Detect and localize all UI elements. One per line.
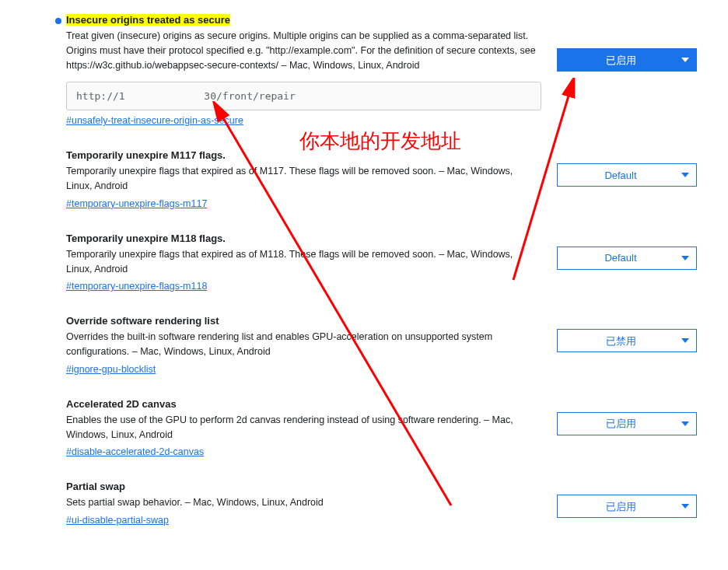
flag-main: Accelerated 2D canvas Enables the use of… [66,398,541,458]
flag-side: 已禁用 [557,315,697,352]
flag-side: Default [557,233,697,270]
flag-title: Temporarily unexpire M117 flags. [66,149,226,161]
flag-side: Default [557,149,697,187]
flag-select-wrap: 已启用 [557,495,697,518]
flag-select-wrap: 已禁用 [557,329,697,352]
flag-state-select[interactable]: 已启用 [557,412,697,435]
flag-state-select[interactable]: Default [557,247,697,270]
flag-description: Enables the use of the GPU to perform 2d… [66,413,541,442]
flag-description: Temporarily unexpire flags that expired … [66,247,541,277]
flag-anchor-link[interactable]: #temporary-unexpire-flags-m118 [66,281,207,292]
flag-description: Temporarily unexpire flags that expired … [66,164,541,194]
flag-main: Temporarily unexpire M117 flags. Tempora… [66,149,541,209]
flag-main: Partial swap Sets partial swap behavior.… [66,481,541,526]
flag-anchor-link[interactable]: #disable-accelerated-2d-canvas [66,446,204,457]
flag-main: Insecure origins treated as secure Treat… [66,14,541,126]
flag-row: Override software rendering list Overrid… [0,309,728,378]
flag-state-select[interactable]: 已禁用 [557,329,697,352]
flag-anchor-link[interactable]: #unsafely-treat-insecure-origin-as-secur… [66,115,243,126]
flag-side: 已启用 [557,481,697,518]
flag-select-wrap: 已启用 [557,48,697,72]
flag-main: Override software rendering list Overrid… [66,315,541,375]
flag-description: Overrides the built-in software renderin… [66,330,541,359]
flag-select-wrap: 已启用 [557,412,697,435]
flag-main: Temporarily unexpire M118 flags. Tempora… [66,233,541,292]
flag-row: Insecure origins treated as secure Treat… [0,8,728,129]
flag-side: 已启用 [557,14,697,72]
flag-row: Accelerated 2D canvas Enables the use of… [0,392,728,461]
flag-select-wrap: Default [557,163,697,187]
modified-dot-icon [55,18,61,24]
flag-title: Accelerated 2D canvas [66,398,177,410]
flag-anchor-link[interactable]: #ui-disable-partial-swap [66,515,169,526]
flag-anchor-link[interactable]: #ignore-gpu-blocklist [66,364,156,375]
flag-side: 已启用 [557,398,697,435]
flag-title: Temporarily unexpire M118 flags. [66,233,226,244]
flag-anchor-link[interactable]: #temporary-unexpire-flags-m117 [66,198,207,209]
flag-title: Insecure origins treated as secure [66,14,230,26]
flag-title-text: Insecure origins treated as secure [66,14,230,26]
flag-title: Partial swap [66,481,125,492]
flag-state-select[interactable]: 已启用 [557,48,697,72]
insecure-origins-input[interactable] [66,82,541,110]
flag-row: Temporarily unexpire M118 flags. Tempora… [0,226,728,295]
flag-row: Temporarily unexpire M117 flags. Tempora… [0,143,728,212]
flag-state-select[interactable]: Default [557,163,697,187]
flag-title: Override software rendering list [66,315,219,327]
flag-row: Partial swap Sets partial swap behavior.… [0,474,728,529]
flag-select-wrap: Default [557,247,697,270]
flag-description: Sets partial swap behavior. – Mac, Windo… [66,495,541,510]
flag-state-select[interactable]: 已启用 [557,495,697,518]
flag-description: Treat given (insecure) origins as secure… [66,29,541,72]
